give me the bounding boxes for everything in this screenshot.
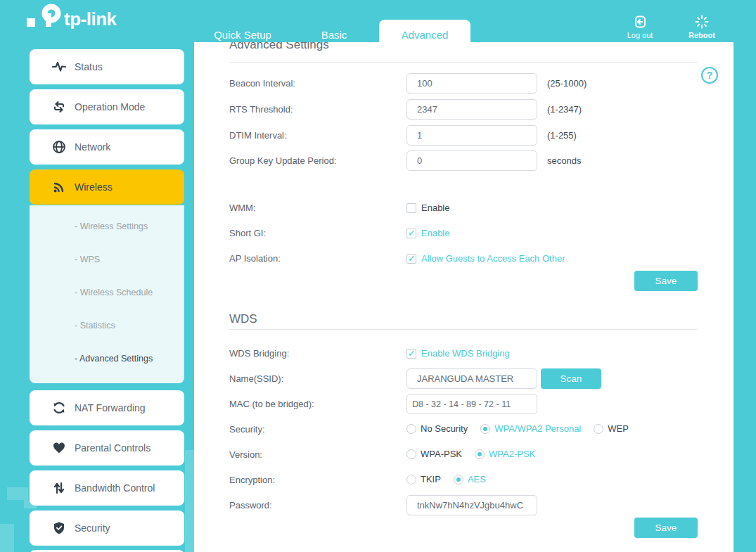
wds-bridging-checkbox[interactable]	[406, 349, 416, 359]
radio-wpa-psk[interactable]	[406, 449, 416, 459]
rts-threshold-label: RTS Threshold:	[229, 104, 293, 115]
encryption-option-aes[interactable]: AES	[454, 474, 486, 484]
sidebar-item-security[interactable]: Security	[30, 511, 184, 546]
tkip-label: TKIP	[421, 474, 441, 484]
up-down-arrows-icon	[52, 481, 66, 495]
password-label: Password:	[229, 500, 272, 511]
radio-wpa-wpa2-personal[interactable]	[480, 424, 490, 434]
swap-arrows-icon	[52, 100, 66, 114]
sidebar-item-label: NAT Forwarding	[75, 402, 146, 413]
section-divider	[229, 62, 698, 63]
security-label: Security:	[229, 424, 265, 435]
save-button-advanced[interactable]: Save	[634, 271, 698, 291]
scan-button[interactable]: Scan	[541, 368, 601, 389]
radio-wep[interactable]	[594, 424, 603, 434]
security-radio-group: No Security WPA/WPA2 Personal WEP	[406, 423, 629, 434]
ap-isolation-checkbox[interactable]	[406, 254, 416, 264]
tp-link-logo: tp-link	[25, 2, 124, 36]
reboot-icon	[695, 15, 709, 29]
encryption-radio-group: TKIP AES	[406, 474, 486, 484]
rts-threshold-hint: (1-2347)	[547, 104, 582, 115]
logout-icon	[633, 15, 647, 29]
no-security-label: No Security	[421, 423, 468, 434]
ap-isolation-option[interactable]: Allow Guests to Access Each Other	[406, 253, 565, 264]
version-option-wpa2-psk[interactable]: WPA2-PSK	[475, 449, 535, 459]
radio-aes[interactable]	[454, 475, 463, 484]
submenu-item-advanced-settings[interactable]: - Advanced Settings	[30, 342, 184, 375]
security-option-wpa[interactable]: WPA/WPA2 Personal	[480, 423, 581, 434]
reboot-button[interactable]: Reboot	[679, 15, 725, 39]
dtim-interval-input[interactable]	[406, 125, 537, 146]
beacon-interval-input[interactable]	[406, 73, 537, 94]
sidebar-item-label: Operation Mode	[75, 101, 145, 113]
sidebar-item-parental-controls[interactable]: Parental Controls	[30, 430, 184, 466]
short-gi-enable-option[interactable]: Enable	[406, 228, 449, 238]
mac-input[interactable]	[406, 394, 537, 414]
wds-bridging-option[interactable]: Enable WDS Bridging	[406, 348, 510, 359]
group-key-period-hint: seconds	[547, 155, 581, 166]
submenu-item-statistics[interactable]: - Statistics	[30, 309, 184, 342]
security-option-none[interactable]: No Security	[406, 423, 468, 434]
sidebar-item-nat-forwarding[interactable]: NAT Forwarding	[30, 390, 184, 425]
encryption-label: Encryption:	[229, 475, 275, 485]
version-label: Version:	[229, 449, 262, 460]
ssid-label: Name(SSID):	[229, 373, 283, 384]
main-content: Advanced Settings Beacon Interval: (25-1…	[194, 0, 733, 552]
version-option-wpa-psk[interactable]: WPA-PSK	[406, 449, 462, 459]
top-header: tp-link Quick Setup Basic Advanced Log o…	[0, 0, 756, 42]
wmm-option-label: Enable	[421, 203, 449, 213]
sidebar-item-label: Wireless	[75, 181, 113, 193]
beacon-interval-label: Beacon Interval:	[229, 78, 295, 89]
wpa-psk-label: WPA-PSK	[421, 449, 462, 459]
sidebar-item-label: Status	[75, 61, 103, 72]
group-key-period-input[interactable]	[406, 150, 537, 171]
globe-icon	[52, 140, 66, 154]
version-radio-group: WPA-PSK WPA2-PSK	[406, 449, 535, 459]
wireless-submenu: - Wireless Settings - WPS - Wireless Sch…	[30, 205, 184, 383]
tab-basic[interactable]: Basic	[288, 29, 380, 41]
logout-button[interactable]: Log out	[617, 15, 663, 39]
rts-threshold-input[interactable]	[406, 99, 537, 120]
sidebar-item-label: Security	[75, 522, 110, 534]
wds-bridging-label: WDS Bridging:	[229, 348, 289, 359]
ssid-input[interactable]	[406, 368, 537, 389]
wmm-enable-option[interactable]: Enable	[406, 203, 449, 213]
logout-label: Log out	[627, 31, 653, 39]
wmm-label: WMM:	[229, 203, 256, 213]
short-gi-label: Short GI:	[229, 228, 266, 238]
group-key-period-label: Group Key Update Period:	[229, 155, 336, 166]
sidebar-item-operation-mode[interactable]: Operation Mode	[30, 89, 184, 124]
sidebar-item-wireless[interactable]: Wireless	[30, 169, 184, 205]
shield-check-icon	[52, 521, 66, 535]
sidebar-item-status[interactable]: Status	[30, 49, 184, 84]
dtim-interval-label: DTIM Interval:	[229, 130, 287, 141]
heart-icon	[52, 441, 66, 455]
radio-tkip[interactable]	[406, 475, 416, 484]
wep-label: WEP	[608, 423, 629, 434]
short-gi-checkbox[interactable]	[406, 229, 416, 238]
security-option-wep[interactable]: WEP	[594, 423, 629, 434]
tab-quick-setup[interactable]: Quick Setup	[197, 29, 288, 41]
submenu-item-wireless-settings[interactable]: - Wireless Settings	[30, 210, 184, 243]
radio-no-security[interactable]	[406, 424, 416, 434]
mac-label: MAC (to be bridged):	[229, 399, 314, 409]
decorative-shape	[7, 487, 28, 500]
help-icon[interactable]: ?	[701, 67, 718, 84]
wds-section-divider	[229, 329, 698, 330]
tab-advanced[interactable]: Advanced	[379, 20, 470, 49]
wmm-checkbox[interactable]	[406, 203, 416, 213]
router-admin-page: Advanced Settings Beacon Interval: (25-1…	[0, 0, 756, 552]
dtim-interval-hint: (1-255)	[547, 130, 577, 141]
sidebar-item-label: Network	[75, 141, 110, 153]
sidebar-item-bandwidth-control[interactable]: Bandwidth Control	[30, 470, 184, 506]
encryption-option-tkip[interactable]: TKIP	[406, 474, 441, 484]
sidebar-item-network[interactable]: Network	[30, 129, 184, 165]
decorative-shape	[0, 524, 14, 552]
refresh-icon	[52, 401, 66, 415]
password-input[interactable]	[406, 495, 537, 515]
submenu-item-wireless-schedule[interactable]: - Wireless Schedule	[30, 276, 184, 309]
submenu-item-wps[interactable]: - WPS	[30, 243, 184, 276]
save-button-wds[interactable]: Save	[634, 518, 698, 538]
radio-wpa2-psk[interactable]	[475, 449, 485, 459]
decorative-shape	[185, 450, 218, 552]
